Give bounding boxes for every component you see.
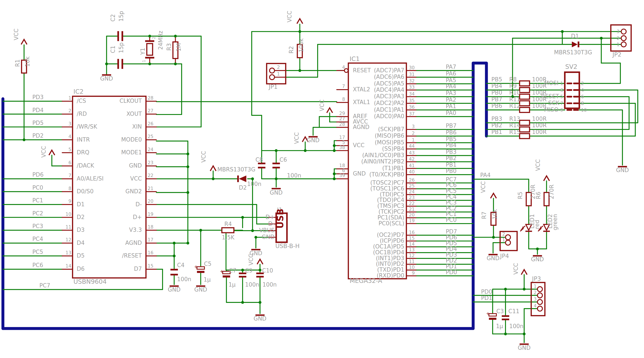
label-4: 4: [581, 88, 584, 93]
junction-dot-26: [333, 172, 336, 175]
label-gnd: GND: [307, 137, 320, 144]
label-24: 24: [148, 147, 154, 152]
junction-dot-38: [523, 332, 526, 335]
label-gnd: GND: [531, 256, 544, 262]
label-26: 26: [148, 121, 154, 126]
label-2: 2: [581, 81, 584, 86]
label-drq: DRQ: [77, 149, 89, 156]
label-pd5: PD5: [446, 240, 457, 246]
label-r6: R6: [535, 192, 542, 199]
label-xtal2: XTAL2: [353, 86, 370, 93]
label-pd6: PD6: [446, 234, 457, 241]
crystal-body: [147, 44, 152, 55]
label-oc2pd7: (OC2)PD7: [377, 232, 404, 238]
label-green: green: [552, 214, 558, 230]
header-pin-stub-2: [566, 89, 572, 91]
header-pin-stub-1: [573, 82, 579, 84]
label-r1: R1: [14, 59, 21, 67]
label-jp3: JP3: [532, 275, 541, 282]
label-12: 12: [66, 237, 72, 242]
junction-dot-7: [561, 30, 564, 33]
header-pin-stub-0: [566, 82, 572, 84]
label-pa5: PA5: [446, 77, 456, 84]
label-d1: D1: [571, 33, 579, 40]
label-jp4: JP4: [500, 252, 509, 259]
header-pin-stub-9: [573, 109, 579, 111]
label-y1: Y1: [140, 48, 146, 55]
label-15: 15: [148, 263, 154, 268]
header-pin-stub-6: [566, 102, 572, 104]
label-pa2: PA2: [446, 96, 456, 103]
header-pin-stub-5: [573, 96, 579, 98]
label-pc2: PC2: [446, 205, 456, 212]
label-r11: R11: [509, 96, 520, 102]
resistor-body-12: [520, 120, 530, 125]
label-gnd: GND: [129, 162, 142, 169]
label-oc1apd5: (OC1A)PD5: [373, 243, 404, 250]
label-10: 10: [66, 212, 72, 217]
header-pin-stub-3: [573, 89, 579, 91]
connector-pin-circle-10: [506, 240, 510, 245]
label-reset: /RESET: [122, 252, 142, 259]
capacitor-plate-3: [122, 59, 123, 69]
vcc-arrow-icon-8: [544, 176, 550, 181]
label-pb2: PB2: [492, 122, 502, 128]
label-9: 9: [560, 107, 563, 113]
junction-dot-17: [251, 178, 254, 180]
label-r3: R3: [166, 43, 172, 50]
label-gnd: GND: [353, 170, 366, 177]
diode-0: [239, 176, 246, 182]
label-24: 24: [409, 189, 414, 194]
label-1: 1: [68, 95, 71, 101]
connector-pin-circle-5: [538, 286, 542, 292]
resistor-body-11: [520, 107, 530, 112]
label-usb-b-h: USB-B-H: [275, 243, 300, 249]
label-clkout: CLKOUT: [120, 98, 142, 104]
label-pb3: PB3: [492, 116, 502, 122]
label-19: 19: [409, 218, 414, 223]
label-vcc: VCC: [286, 11, 293, 22]
label-3: 3: [560, 88, 563, 93]
label-pd0: PD0: [446, 269, 457, 276]
junction-dot-3: [174, 35, 177, 38]
label-5: 5: [68, 147, 71, 152]
label-pa0: PA0: [446, 110, 456, 116]
junction-dot-25: [333, 149, 336, 152]
label-pc2: PC2: [32, 210, 43, 217]
label-gnd2: GND2: [126, 188, 142, 194]
label-vcc: VCC: [294, 132, 300, 144]
label-reset: RESET: [353, 67, 371, 74]
label-2: 2: [534, 290, 536, 295]
label-20: 20: [148, 198, 154, 204]
label-8: 8: [342, 96, 345, 102]
junction-dot-11: [186, 165, 189, 168]
label-4: 4: [534, 303, 536, 308]
vcc-arrow-icon-6: [257, 259, 263, 264]
label-vcc: VCC: [248, 254, 254, 266]
label-pd3: PD3: [446, 252, 457, 258]
label-d3: D3: [77, 226, 84, 233]
label-adc5pa5: (ADC5)PA5: [374, 80, 404, 87]
header-pin-stub-4: [566, 96, 572, 98]
label-28: 28: [339, 122, 345, 127]
label-c3: C3: [496, 308, 504, 314]
junction-dot-18: [251, 229, 254, 232]
label-pc4: PC4: [446, 194, 456, 200]
label-6: 6: [581, 94, 584, 99]
label-c11: C11: [508, 308, 519, 314]
label-7: 7: [68, 173, 71, 178]
label-21: 21: [409, 206, 414, 212]
label-7: 7: [560, 101, 563, 106]
label-41: 41: [409, 163, 414, 168]
label-vcc: VCC: [480, 181, 486, 193]
vcc-arrow-icon-2: [297, 18, 303, 24]
label-pc1sda: PC1(SDA): [378, 214, 404, 221]
label-vcc: VCC: [130, 175, 142, 182]
label-xtal1: XTAL1: [353, 99, 370, 106]
label-16: 16: [148, 250, 154, 256]
connector-pin-circle-3: [621, 36, 626, 41]
connector-pin-circle-0: [270, 68, 274, 73]
junction-dot-21: [275, 149, 278, 152]
label-1: 1: [142, 60, 146, 62]
resistor-body-7: [520, 81, 530, 86]
